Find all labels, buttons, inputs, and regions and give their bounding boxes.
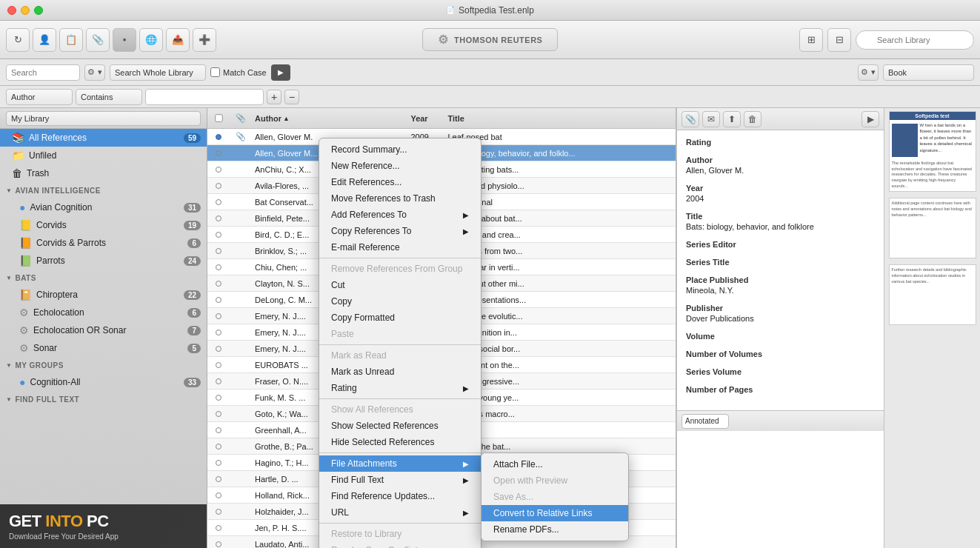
section-header-avian[interactable]: ▼ AVIAN INTELLIGENCE bbox=[0, 182, 207, 198]
sidebar-header: My Library bbox=[0, 108, 207, 129]
watermark-highlight: INTO bbox=[45, 512, 82, 530]
sidebar-item-unfiled[interactable]: 📁 Unfiled bbox=[0, 147, 207, 164]
corvids-badge: 19 bbox=[184, 221, 201, 230]
sidebar-item-avian-cognition[interactable]: ● Avian Cognition 31 bbox=[0, 198, 207, 216]
preview-text: W hen a bat lands on a flower, it leaves… bbox=[920, 122, 973, 153]
menu-item-remove-from-group: Remove References From Group bbox=[319, 261, 481, 277]
groups-button[interactable]: 👤 bbox=[33, 28, 56, 52]
new-ref-button[interactable]: 📋 bbox=[59, 28, 83, 52]
traffic-lights bbox=[7, 6, 43, 15]
layout-button[interactable]: ▪ bbox=[113, 28, 136, 52]
search-go-btn[interactable]: ▶ bbox=[271, 64, 290, 81]
close-button[interactable] bbox=[7, 6, 16, 15]
read-dot bbox=[216, 167, 221, 173]
preview-content-3: Further research details and bibliograph… bbox=[890, 265, 976, 324]
share-button[interactable]: 📤 bbox=[166, 28, 190, 52]
search-input[interactable] bbox=[6, 64, 80, 81]
attach-button[interactable]: 📎 bbox=[86, 28, 110, 52]
dot-cell bbox=[207, 150, 230, 156]
select-all-checkbox[interactable] bbox=[215, 114, 222, 121]
add-button[interactable]: ➕ bbox=[193, 28, 216, 52]
section-header-find-full-text[interactable]: ▼ FIND FULL TEXT bbox=[0, 391, 207, 407]
col-header-dot bbox=[207, 113, 230, 123]
menu-item-cut[interactable]: Cut bbox=[319, 277, 481, 293]
author-sort-icon: ▲ bbox=[283, 115, 290, 122]
filter-add-btn[interactable]: + bbox=[267, 90, 281, 104]
sidebar-item-sonar[interactable]: ⚙ Sonar 5 bbox=[0, 339, 207, 357]
minimize-button[interactable] bbox=[21, 6, 30, 15]
echolocation-badge: 6 bbox=[187, 308, 201, 318]
library-select[interactable]: My Library bbox=[6, 111, 201, 126]
menu-separator-2 bbox=[319, 344, 481, 345]
sidebar-item-all-references[interactable]: 📚 All References 59 bbox=[0, 129, 207, 147]
menu-item-mark-unread[interactable]: Mark as Unread bbox=[319, 364, 481, 380]
submenu-convert-relative[interactable]: Convert to Relative Links bbox=[481, 505, 628, 521]
sidebar-item-echolocation-or-sonar[interactable]: ⚙ Echolocation OR Sonar 7 bbox=[0, 321, 207, 339]
share-toolbar-btn[interactable]: ⬆ bbox=[723, 111, 741, 127]
menu-item-move-to-trash[interactable]: Move References to Trash bbox=[319, 190, 481, 207]
trash-icon: 🗑 bbox=[12, 167, 22, 179]
nav-right-btn[interactable]: ▶ bbox=[861, 111, 879, 127]
delete-toolbar-btn[interactable]: 🗑 bbox=[744, 111, 761, 127]
section-header-my-groups[interactable]: ▼ MY GROUPS bbox=[0, 357, 207, 373]
sidebar-item-corvids-parrots[interactable]: 📙 Corvids & Parrots 6 bbox=[0, 234, 207, 252]
annotated-select[interactable]: Annotated Plain bbox=[681, 414, 729, 429]
menu-item-find-ref-updates[interactable]: Find Reference Updates... bbox=[319, 488, 481, 504]
menu-item-file-attachments[interactable]: File Attachments ▶ bbox=[319, 455, 481, 472]
sidebar-item-chiroptera[interactable]: 📔 Chiroptera 22 bbox=[0, 286, 207, 304]
menu-item-email-reference[interactable]: E-mail Reference bbox=[319, 239, 481, 255]
menu-item-record-summary[interactable]: Record Summary... bbox=[319, 141, 481, 158]
col-header-title[interactable]: Title bbox=[444, 114, 676, 123]
match-case-checkbox[interactable] bbox=[210, 67, 220, 77]
menu-item-url[interactable]: URL ▶ bbox=[319, 504, 481, 521]
online-button[interactable]: 🌐 bbox=[139, 28, 163, 52]
menu-item-show-selected[interactable]: Show Selected References bbox=[319, 418, 481, 434]
menu-item-find-full-text[interactable]: Find Full Text ▶ bbox=[319, 472, 481, 488]
menu-item-new-reference[interactable]: New Reference... bbox=[319, 158, 481, 174]
submenu-save-as: Save As... bbox=[481, 489, 628, 505]
attach-toolbar-btn[interactable]: 📎 bbox=[681, 111, 699, 127]
filter-field-select[interactable]: Author Title Year Keywords bbox=[6, 89, 73, 105]
submenu-rename-pdfs[interactable]: Rename PDFs... bbox=[481, 521, 628, 538]
menu-item-add-refs-to[interactable]: Add References To ▶ bbox=[319, 207, 481, 223]
col-header-attach[interactable]: 📎 bbox=[230, 113, 252, 123]
menu-item-copy-refs-to[interactable]: Copy References To ▶ bbox=[319, 223, 481, 239]
col-header-author[interactable]: Author ▲ bbox=[252, 114, 407, 123]
refresh-button[interactable]: ↻ bbox=[6, 28, 30, 52]
email-toolbar-btn[interactable]: ✉ bbox=[702, 111, 720, 127]
preview-content-2: Additional page content continues here w… bbox=[890, 198, 976, 258]
menu-item-rating[interactable]: Rating ▶ bbox=[319, 380, 481, 396]
view-mode-btn1[interactable]: ⊞ bbox=[799, 28, 823, 52]
submenu-arrow: ▶ bbox=[463, 211, 469, 219]
sidebar-item-parrots[interactable]: 📗 Parrots 24 bbox=[0, 252, 207, 270]
sidebar-item-cognition-all[interactable]: ● Cognition-All 33 bbox=[0, 373, 207, 391]
search-scope-select[interactable]: Search Whole Library Current Library bbox=[110, 64, 206, 81]
avian-triangle: ▼ bbox=[6, 187, 12, 194]
sidebar-item-trash[interactable]: 🗑 Trash bbox=[0, 164, 207, 182]
main-layout: My Library 📚 All References 59 📁 Unfiled… bbox=[0, 108, 980, 548]
reftype-select[interactable]: Book Journal Article All Reference Types bbox=[883, 64, 974, 81]
filter-remove-btn[interactable]: − bbox=[284, 90, 299, 104]
menu-item-edit-references[interactable]: Edit References... bbox=[319, 174, 481, 190]
submenu-attach-file[interactable]: Attach File... bbox=[481, 456, 628, 472]
reuters-icon: ⚙ bbox=[438, 33, 449, 47]
menu-item-copy[interactable]: Copy bbox=[319, 293, 481, 310]
filter-condition-select[interactable]: Contains Is Begins With bbox=[76, 89, 142, 105]
menu-item-restore: Restore to Library bbox=[319, 526, 481, 542]
filter-value-input[interactable] bbox=[145, 89, 264, 105]
sidebar-item-corvids[interactable]: 📒 Corvids 19 bbox=[0, 216, 207, 234]
view-mode-btn2[interactable]: ⊟ bbox=[827, 28, 851, 52]
menu-separator-4 bbox=[319, 452, 481, 453]
file-icon: 📄 bbox=[446, 6, 455, 14]
ref-settings-btn[interactable]: ⚙ ▾ bbox=[858, 64, 879, 81]
avian-cognition-icon: ● bbox=[19, 201, 25, 213]
maximize-button[interactable] bbox=[34, 6, 43, 15]
col-header-year[interactable]: Year bbox=[407, 114, 444, 123]
search-library-input[interactable] bbox=[856, 30, 974, 50]
menu-item-hide-selected[interactable]: Hide Selected References bbox=[319, 434, 481, 450]
search-gear-btn[interactable]: ⚙ ▾ bbox=[84, 64, 105, 81]
sidebar-item-echolocation[interactable]: ⚙ Echolocation 6 bbox=[0, 304, 207, 321]
unfiled-label: Unfiled bbox=[29, 150, 201, 161]
section-header-bats[interactable]: ▼ BATS bbox=[0, 270, 207, 286]
menu-item-copy-formatted[interactable]: Copy Formatted bbox=[319, 310, 481, 326]
